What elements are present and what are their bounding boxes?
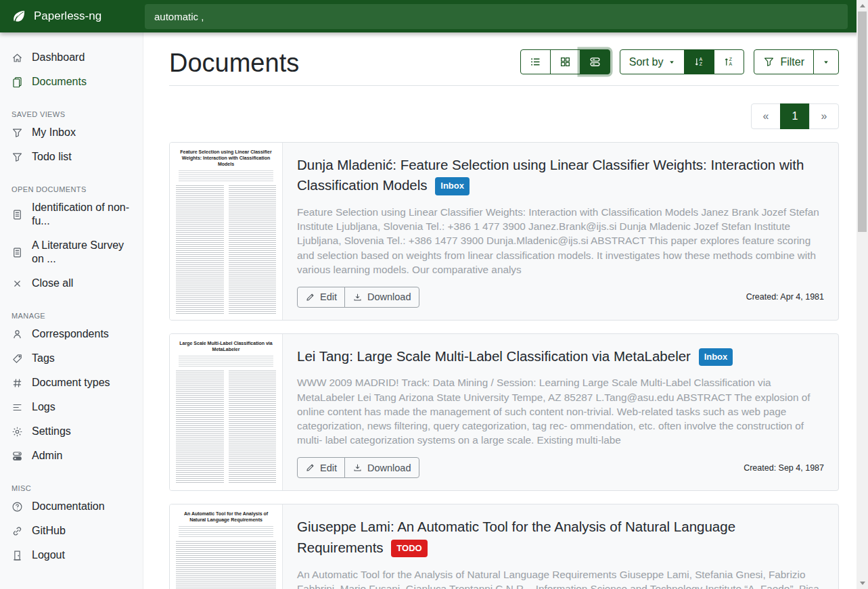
filter-group: Filter (754, 49, 839, 74)
scroll-down-arrow-icon[interactable] (856, 578, 868, 589)
download-icon (352, 292, 363, 302)
scroll-up-arrow-icon[interactable] (856, 0, 868, 11)
sidebar-item-logout[interactable]: Logout (0, 543, 143, 567)
question-circle-icon (12, 501, 23, 513)
thumbnail-text-columns (176, 371, 276, 484)
sidebar-item-label: Todo list (32, 150, 72, 164)
hash-icon (12, 377, 23, 389)
document-description: An Automatic Tool for the Analysis of Na… (297, 567, 824, 589)
sort-descending-button[interactable]: Z A (714, 49, 744, 74)
tag-badge-todo[interactable]: TODO (391, 540, 427, 558)
document-text-icon (12, 209, 23, 220)
sort-alpha-down-icon: A Z (693, 56, 705, 68)
sidebar-section-misc: MISC (0, 480, 143, 494)
sort-ascending-button[interactable]: A Z (684, 49, 714, 74)
browser-scrollbar[interactable] (856, 0, 868, 589)
header-divider (169, 85, 839, 86)
sidebar-item-github[interactable]: GitHub (0, 519, 143, 543)
caret-down-icon (668, 59, 675, 66)
view-details-button[interactable] (580, 49, 610, 74)
document-text-icon (12, 247, 23, 258)
sidebar-section-saved-views: SAVED VIEWS (0, 106, 143, 120)
sidebar-item-label: Documentation (32, 500, 105, 513)
document-thumbnail[interactable]: Feature Selection using Linear Classifie… (170, 143, 283, 320)
sidebar-item-todo-list[interactable]: Todo list (0, 145, 143, 169)
person-icon (12, 329, 23, 340)
sidebar-item-close-all[interactable]: Close all (0, 271, 143, 296)
brand-home-link[interactable]: Paperless-ng (0, 9, 143, 24)
sidebar-item-dashboard[interactable]: Dashboard (0, 45, 143, 70)
sort-by-label: Sort by (629, 56, 664, 68)
document-title-link[interactable]: Giuseppe Lami: An Automatic Tool for the… (297, 517, 824, 559)
sidebar-item-label: Logs (32, 400, 55, 414)
sidebar-item-label: Correspondents (32, 327, 109, 341)
svg-text:Z: Z (729, 57, 732, 62)
document-card: Large Scale Multi-Label Classification v… (169, 333, 839, 491)
download-button[interactable]: Download (344, 457, 419, 478)
sidebar-item-label: Admin (32, 449, 62, 463)
sidebar-item-my-inbox[interactable]: My Inbox (0, 120, 143, 145)
thumbnail-authors-block (179, 356, 273, 367)
document-card-body: Dunja Mladenić: Feature Selection using … (283, 143, 838, 320)
document-card-footer: Edit Download Created: Apr 4, 1981 (297, 277, 824, 308)
sidebar-item-admin[interactable]: Admin (0, 444, 143, 468)
sidebar-item-correspondents[interactable]: Correspondents (0, 322, 143, 346)
page-title: Documents (169, 49, 299, 78)
tag-badge-inbox[interactable]: Inbox (435, 177, 470, 195)
edit-button[interactable]: Edit (297, 287, 345, 308)
list-icon (530, 56, 541, 68)
pagination-page-1[interactable]: 1 (780, 103, 810, 129)
filter-dropdown-button[interactable] (813, 49, 839, 74)
view-grid-button[interactable] (550, 49, 580, 74)
download-label: Download (367, 463, 411, 473)
edit-button[interactable]: Edit (297, 457, 345, 478)
download-label: Download (367, 291, 411, 302)
document-thumbnail[interactable]: Large Scale Multi-Label Classification v… (170, 334, 283, 490)
sidebar-item-documents[interactable]: Documents (0, 70, 143, 94)
view-list-button[interactable] (520, 49, 551, 74)
tag-badge-inbox[interactable]: Inbox (699, 348, 733, 367)
created-date: Created: Sep 4, 1987 (744, 463, 824, 473)
sidebar-item-document-types[interactable]: Document types (0, 371, 143, 395)
leaf-icon (12, 9, 26, 24)
thumbnail-authors-block (179, 526, 273, 537)
document-actions: Edit Download (297, 287, 419, 308)
brand-name: Paperless-ng (34, 9, 101, 23)
sidebar-item-tags[interactable]: Tags (0, 346, 143, 371)
sidebar-item-open-doc-1[interactable]: Identification of non-fu... (0, 195, 143, 233)
search-area (143, 4, 868, 29)
document-title-link[interactable]: Lei Tang: Large Scale Multi-Label Classi… (297, 346, 824, 367)
sidebar-item-label: Dashboard (32, 51, 85, 64)
svg-text:Z: Z (700, 62, 702, 67)
sort-by-dropdown-button[interactable]: Sort by (620, 49, 685, 74)
sidebar-item-settings[interactable]: Settings (0, 419, 143, 444)
thumbnail-text-columns (176, 541, 276, 589)
tag-icon (12, 353, 23, 364)
search-input[interactable] (145, 4, 848, 29)
funnel-icon (763, 56, 775, 68)
door-icon (12, 550, 23, 561)
sidebar-item-label: Documents (32, 75, 87, 89)
document-thumbnail[interactable]: An Automatic Tool for the Analysis of Na… (170, 504, 283, 589)
sidebar-item-documentation[interactable]: Documentation (0, 494, 143, 519)
sidebar-item-label: Logout (32, 548, 65, 562)
text-lines-icon (12, 402, 23, 413)
sort-group: Sort by A Z (620, 49, 745, 74)
pagination-next-button[interactable]: » (809, 103, 839, 129)
filter-button[interactable]: Filter (754, 49, 814, 74)
download-button[interactable]: Download (344, 287, 419, 308)
document-description: Feature Selection using Linear Classifie… (297, 205, 824, 277)
sidebar-item-open-doc-2[interactable]: A Literature Survey on ... (0, 233, 143, 271)
view-toggle-group (520, 49, 610, 74)
thumbnail-paper-title: Feature Selection using Linear Classifie… (176, 149, 276, 167)
pencil-icon (305, 463, 315, 473)
filter-label: Filter (780, 56, 804, 68)
edit-label: Edit (320, 291, 337, 302)
files-icon (12, 76, 23, 88)
svg-text:A: A (729, 62, 733, 67)
pagination-prev-button[interactable]: « (751, 103, 781, 129)
scrollbar-thumb[interactable] (858, 11, 867, 232)
document-card-body: Giuseppe Lami: An Automatic Tool for the… (283, 504, 838, 589)
document-title-link[interactable]: Dunja Mladenić: Feature Selection using … (297, 155, 824, 197)
sidebar-item-logs[interactable]: Logs (0, 395, 143, 419)
